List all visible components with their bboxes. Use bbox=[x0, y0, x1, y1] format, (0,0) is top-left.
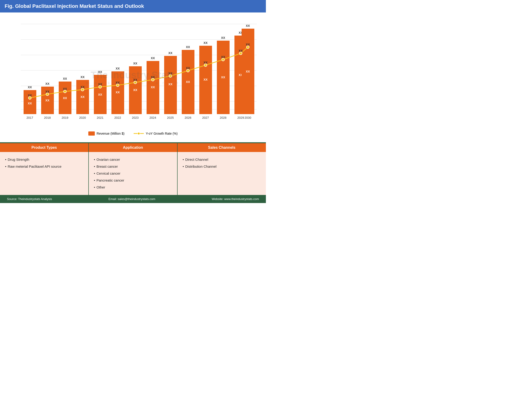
svg-text:XX: XX bbox=[45, 90, 49, 93]
application-header: Application bbox=[89, 143, 177, 152]
list-item: Distribution Channel bbox=[183, 163, 261, 170]
svg-text:XX: XX bbox=[186, 80, 190, 84]
svg-text:2019: 2019 bbox=[62, 116, 69, 119]
legend-growth-label: Y-oY Growth Rate (%) bbox=[146, 132, 177, 135]
svg-text:XX: XX bbox=[239, 49, 243, 52]
svg-text:XX: XX bbox=[168, 83, 172, 86]
svg-text:XX: XX bbox=[116, 67, 120, 70]
legend-revenue-label: Revenue (Million $) bbox=[97, 132, 125, 135]
sales-channels-column: Sales Channels Direct Channel Distributi… bbox=[177, 143, 266, 195]
svg-text:XX: XX bbox=[246, 70, 250, 73]
svg-text:2024: 2024 bbox=[150, 116, 156, 119]
svg-text:XX: XX bbox=[98, 70, 102, 74]
chart-area: The Industry Stats m a r k e t r e s e a… bbox=[0, 12, 266, 142]
svg-text:XX: XX bbox=[151, 56, 155, 60]
application-list: Ovarian cancer Breast cancer Cervical ca… bbox=[94, 156, 172, 191]
svg-text:XX: XX bbox=[133, 62, 137, 65]
product-types-body: Drug Strength Raw meterial Paclitaxel AP… bbox=[0, 152, 88, 195]
svg-text:XX: XX bbox=[151, 75, 155, 79]
application-body: Ovarian cancer Breast cancer Cervical ca… bbox=[89, 152, 177, 195]
svg-point-64 bbox=[138, 132, 140, 135]
svg-text:2017: 2017 bbox=[27, 116, 33, 119]
svg-text:XX: XX bbox=[63, 77, 67, 80]
svg-text:XX: XX bbox=[98, 83, 102, 86]
svg-text:2029: 2029 bbox=[237, 116, 244, 119]
footer-website: Website: www.theindustrystats.com bbox=[212, 197, 259, 201]
svg-text:2023: 2023 bbox=[132, 116, 139, 119]
svg-text:XX: XX bbox=[45, 99, 49, 102]
svg-text:XX: XX bbox=[151, 85, 155, 89]
list-item: Raw meterial Paclitaxel API source bbox=[5, 163, 83, 170]
product-types-header: Product Types bbox=[0, 143, 88, 152]
svg-text:XX: XX bbox=[116, 81, 120, 84]
sales-channels-body: Direct Channel Distribution Channel bbox=[177, 152, 266, 195]
svg-text:XX: XX bbox=[45, 82, 49, 85]
list-item: Drug Strength bbox=[5, 156, 83, 163]
svg-text:XX: XX bbox=[28, 85, 32, 89]
svg-text:XX: XX bbox=[246, 43, 250, 46]
svg-text:XX: XX bbox=[203, 41, 208, 45]
legend-revenue: Revenue (Million $) bbox=[88, 132, 125, 136]
svg-text:2022: 2022 bbox=[114, 116, 121, 119]
list-item: Breast cancer bbox=[94, 163, 172, 170]
chart-svg: XX XX 2017 XX XX 2018 XX XX 2019 XX XX 2… bbox=[7, 17, 259, 128]
svg-text:2025: 2025 bbox=[167, 116, 174, 119]
svg-text:XX: XX bbox=[63, 87, 67, 91]
list-item: Pancreatic cancer bbox=[94, 177, 172, 184]
svg-text:2018: 2018 bbox=[44, 116, 51, 119]
svg-text:2030: 2030 bbox=[245, 116, 251, 119]
svg-text:XX: XX bbox=[203, 61, 208, 64]
svg-text:XX: XX bbox=[116, 91, 120, 94]
svg-text:XX: XX bbox=[203, 78, 208, 81]
application-column: Application Ovarian cancer Breast cancer… bbox=[89, 143, 177, 195]
product-types-column: Product Types Drug Strength Raw meterial… bbox=[0, 143, 89, 195]
footer-source: Source: Theindustrystats Analysis bbox=[7, 197, 52, 201]
svg-text:XX: XX bbox=[221, 55, 225, 59]
list-item: Ovarian cancer bbox=[94, 156, 172, 163]
svg-text:XX: XX bbox=[80, 75, 85, 79]
product-types-list: Drug Strength Raw meterial Paclitaxel AP… bbox=[5, 156, 83, 170]
bottom-section: Product Types Drug Strength Raw meterial… bbox=[0, 142, 266, 195]
svg-text:XX: XX bbox=[133, 78, 137, 82]
footer: Source: Theindustrystats Analysis Email:… bbox=[0, 195, 266, 203]
svg-text:XX: XX bbox=[186, 45, 190, 49]
header: Fig. Global Paclitaxel Injection Market … bbox=[0, 0, 266, 12]
svg-text:XX: XX bbox=[246, 24, 250, 28]
legend-growth-icon bbox=[134, 131, 144, 136]
svg-text:XX: XX bbox=[168, 72, 172, 75]
svg-text:XX: XX bbox=[98, 93, 102, 96]
legend-growth: Y-oY Growth Rate (%) bbox=[134, 131, 177, 136]
sales-channels-list: Direct Channel Distribution Channel bbox=[183, 156, 261, 170]
list-item: Other bbox=[94, 184, 172, 191]
svg-text:2027: 2027 bbox=[202, 116, 209, 119]
svg-text:2021: 2021 bbox=[97, 116, 104, 119]
svg-text:XX: XX bbox=[80, 95, 85, 99]
svg-text:XX: XX bbox=[221, 76, 225, 79]
svg-text:XX: XX bbox=[28, 102, 32, 105]
svg-text:XX: XX bbox=[28, 94, 32, 97]
footer-email: Email: sales@theindustrystats.com bbox=[108, 197, 155, 201]
svg-text:2028: 2028 bbox=[220, 116, 227, 119]
chart-legend: Revenue (Million $) Y-oY Growth Rate (%) bbox=[7, 129, 259, 140]
svg-text:XX: XX bbox=[133, 88, 137, 92]
sales-channels-header: Sales Channels bbox=[177, 143, 266, 152]
legend-revenue-box bbox=[88, 132, 95, 136]
list-item: Cervical cancer bbox=[94, 170, 172, 177]
svg-text:XX: XX bbox=[63, 96, 67, 100]
svg-text:XX: XX bbox=[80, 85, 85, 89]
main-container: Fig. Global Paclitaxel Injection Market … bbox=[0, 0, 266, 203]
svg-text:2026: 2026 bbox=[185, 116, 191, 119]
svg-text:2020: 2020 bbox=[79, 116, 86, 119]
page-title: Fig. Global Paclitaxel Injection Market … bbox=[5, 3, 144, 9]
svg-text:XX: XX bbox=[186, 66, 190, 70]
svg-text:XX: XX bbox=[168, 51, 172, 55]
list-item: Direct Channel bbox=[183, 156, 261, 163]
svg-text:XX: XX bbox=[221, 36, 225, 39]
